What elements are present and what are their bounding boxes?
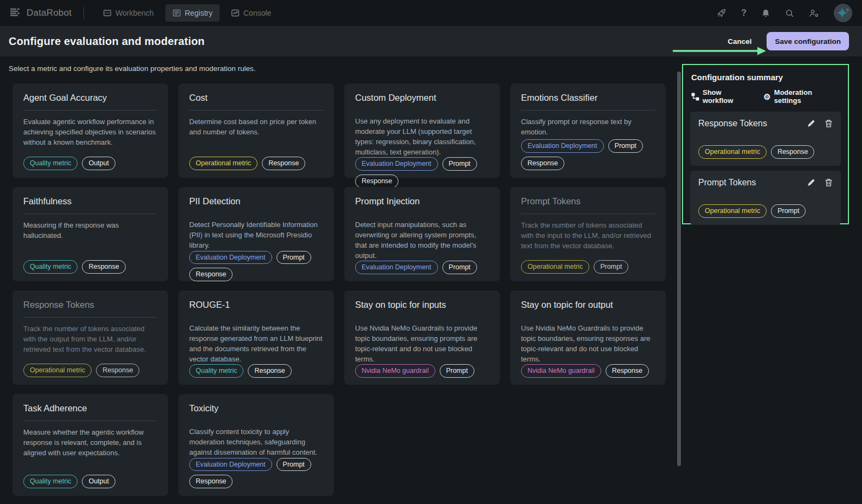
metric-card-badges: Evaluation DeploymentPromptResponse xyxy=(355,157,489,188)
metric-card-description: Use Nvidia NeMo Guardrails to provide to… xyxy=(521,324,655,364)
delete-metric-button[interactable] xyxy=(825,119,833,128)
page-title: Configure evaluation and moderation xyxy=(9,35,204,48)
metric-card-description: Track the number of tokens associated wi… xyxy=(23,324,157,355)
summary-entry-badges: Operational metricPrompt xyxy=(698,204,833,218)
summary-links: Show workflow ⚙ Moderation settings xyxy=(691,88,841,105)
metric-card-custom-deployment[interactable]: Custom Deployment Use any deployment to … xyxy=(344,83,500,178)
badge-nvidia-nemo-guardrail: Nvidia NeMo guardrail xyxy=(355,364,435,378)
badge-prompt: Prompt xyxy=(440,364,474,378)
badge-response: Response xyxy=(262,157,305,170)
metric-card-faithfulness[interactable]: Faithfulness Measuring if the response w… xyxy=(12,187,168,281)
show-workflow-link[interactable]: Show workflow xyxy=(691,88,754,105)
delete-metric-button[interactable] xyxy=(825,178,833,187)
badge-operational-metric: Operational metric xyxy=(23,364,92,377)
badge-prompt: Prompt xyxy=(276,458,311,471)
topbar-actions: ? xyxy=(717,4,852,22)
pencil-icon xyxy=(807,119,815,128)
datarobot-logo[interactable]: DataRobot xyxy=(10,8,72,18)
metric-card-badges: Evaluation DeploymentPrompt xyxy=(355,261,489,274)
metric-card-stay-on-topic-for-inputs[interactable]: Stay on topic for inputs Use Nvidia NeMo… xyxy=(344,290,500,385)
badge-operational-metric: Operational metric xyxy=(698,204,767,218)
metric-card-rouge-1[interactable]: ROUGE-1 Calculate the similarity between… xyxy=(178,290,334,385)
metric-card-badges: Evaluation DeploymentPromptResponse xyxy=(189,458,323,489)
metric-card-title: Toxicity xyxy=(189,403,323,413)
metric-card-prompt-injection[interactable]: Prompt Injection Detect input manipulati… xyxy=(344,187,500,281)
edit-metric-button[interactable] xyxy=(807,119,815,128)
help-icon[interactable]: ? xyxy=(741,8,747,18)
divider xyxy=(23,214,157,214)
datarobot-logo-icon xyxy=(10,8,22,18)
nav-item-registry[interactable]: Registry xyxy=(165,4,220,22)
badge-response: Response xyxy=(521,157,564,170)
metric-card-title: PII Detection xyxy=(189,196,323,206)
edit-metric-button[interactable] xyxy=(807,178,815,187)
metric-card-badges: Quality metricOutput xyxy=(23,475,157,488)
metric-card-description: Detect Personally Identifiable Informati… xyxy=(189,220,323,251)
top-nav-bar: DataRobot Workbench xyxy=(0,0,862,26)
divider xyxy=(521,110,655,111)
main-content: Select a metric and configure its evalua… xyxy=(0,56,672,504)
metric-card-title: Prompt Tokens xyxy=(521,196,655,206)
badge-quality-metric: Quality metric xyxy=(23,157,78,170)
badge-response: Response xyxy=(355,175,398,188)
metric-card-title: Stay on topic for output xyxy=(521,300,655,310)
nav-label: Workbench xyxy=(115,9,154,17)
badge-prompt: Prompt xyxy=(771,204,806,218)
search-icon[interactable] xyxy=(785,9,794,18)
metric-card-task-adherence[interactable]: Task Adherence Measure whether the agent… xyxy=(12,394,168,496)
metric-card-prompt-tokens[interactable]: Prompt Tokens Track the number of tokens… xyxy=(510,187,666,281)
badge-output: Output xyxy=(82,475,115,488)
metric-card-title: Cost xyxy=(189,93,323,103)
metric-card-title: Stay on topic for inputs xyxy=(355,300,489,310)
scrollbar-thumb[interactable] xyxy=(677,72,681,466)
rocket-icon[interactable] xyxy=(717,8,726,18)
badge-nvidia-nemo-guardrail: Nvidia NeMo guardrail xyxy=(521,364,601,378)
metric-card-badges: Nvidia NeMo guardrailResponse xyxy=(521,364,655,378)
bell-icon[interactable] xyxy=(761,9,770,18)
badge-operational-metric: Operational metric xyxy=(521,260,589,274)
primary-nav: Workbench Registry Console xyxy=(96,4,278,22)
summary-entries: Response Tokens xyxy=(690,112,841,225)
badge-prompt: Prompt xyxy=(594,260,628,274)
metric-card-badges: Operational metricResponse xyxy=(189,157,323,170)
summary-entry-prompt-tokens: Prompt Tokens xyxy=(690,171,841,225)
metric-card-badges: Operational metricPrompt xyxy=(521,260,655,274)
vertical-scrollbar[interactable] xyxy=(677,59,681,504)
trash-icon xyxy=(825,119,833,128)
badge-prompt: Prompt xyxy=(608,139,643,153)
nav-item-console[interactable]: Console xyxy=(224,4,278,22)
metric-card-badges: Quality metricResponse xyxy=(189,364,323,378)
divider xyxy=(189,110,323,111)
metric-card-description: Determine cost based on price per token … xyxy=(189,117,323,138)
metric-card-agent-goal-accuracy[interactable]: Agent Goal Accuracy Evaluate agentic wor… xyxy=(12,83,168,178)
metric-card-title: Faithfulness xyxy=(23,196,157,206)
metric-card-emotions-classifier[interactable]: Emotions Classifier Classify prompt or r… xyxy=(510,83,666,178)
avatar[interactable] xyxy=(834,4,852,22)
metric-card-description: Measuring if the response was hallucinat… xyxy=(23,221,157,241)
metric-card-description: Calculate the similarity between the res… xyxy=(189,324,323,364)
configuration-summary-panel: Configuration summary Show workflow ⚙ Mo… xyxy=(682,64,849,224)
trash-icon xyxy=(825,178,833,187)
metric-card-stay-on-topic-for-output[interactable]: Stay on topic for output Use Nvidia NeMo… xyxy=(510,290,666,385)
metric-card-toxicity[interactable]: Toxicity Classify content toxicity to ap… xyxy=(178,394,334,496)
metric-card-cost[interactable]: Cost Determine cost based on price per t… xyxy=(178,83,334,178)
summary-title: Configuration summary xyxy=(691,73,841,82)
cancel-button[interactable]: Cancel xyxy=(726,34,752,49)
metric-card-response-tokens[interactable]: Response Tokens Track the number of toke… xyxy=(12,290,168,385)
nav-item-workbench[interactable]: Workbench xyxy=(96,4,161,22)
metric-card-title: Response Tokens xyxy=(23,300,157,310)
save-configuration-button[interactable]: Save configuration xyxy=(767,32,849,50)
divider xyxy=(23,110,157,111)
metric-card-badges: Operational metricResponse xyxy=(23,364,157,377)
metric-card-description: Measure whether the agentic workflow res… xyxy=(23,428,157,458)
badge-operational-metric: Operational metric xyxy=(698,145,767,159)
metric-card-pii-detection[interactable]: PII Detection Detect Personally Identifi… xyxy=(178,187,334,281)
divider xyxy=(83,7,84,19)
user-settings-icon[interactable] xyxy=(809,9,819,18)
metric-grid: Agent Goal Accuracy Evaluate agentic wor… xyxy=(12,83,666,496)
metric-card-description: Evaluate agentic workflow performance in… xyxy=(23,117,157,148)
summary-entry-header: Response Tokens xyxy=(698,119,833,128)
workbench-icon xyxy=(103,9,112,17)
badge-response: Response xyxy=(606,364,649,378)
moderation-settings-link[interactable]: ⚙ Moderation settings xyxy=(763,88,841,105)
